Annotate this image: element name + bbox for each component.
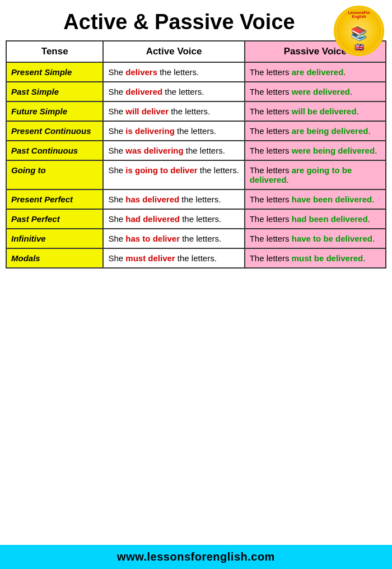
tense-cell: Past Simple	[6, 82, 103, 101]
page-title: Active & Passive Voice	[63, 10, 295, 35]
logo-arc-bottom: .Com	[336, 48, 382, 51]
tense-cell: Present Simple	[6, 62, 103, 82]
header: Active & Passive Voice LessonsForEnglish…	[0, 0, 392, 40]
active-cell: She delivers the letters.	[103, 62, 244, 82]
table-row: Present SimpleShe delivers the letters.T…	[6, 62, 386, 82]
tense-cell: Infinitive	[6, 229, 103, 248]
col-tense: Tense	[6, 41, 103, 62]
active-cell: She delivered the letters.	[103, 82, 244, 101]
passive-cell: The letters had been delivered.	[245, 209, 386, 229]
tense-cell: Past Perfect	[6, 209, 103, 229]
logo-books-icon: 📚	[351, 26, 367, 41]
table-row: Present ContinuousShe is delivering the …	[6, 121, 386, 141]
active-cell: She has delivered the letters.	[103, 189, 244, 209]
passive-cell: The letters are going to be delivered.	[245, 160, 386, 189]
tense-cell: Future Simple	[6, 101, 103, 121]
table-row: Past PerfectShe had delivered the letter…	[6, 209, 386, 229]
footer-url: www.lessonsforenglish.com	[117, 551, 275, 563]
table-row: Present PerfectShe has delivered the let…	[6, 189, 386, 209]
passive-cell: The letters are being delivered.	[245, 121, 386, 141]
tense-cell: Present Continuous	[6, 121, 103, 141]
active-cell: She had delivered the letters.	[103, 209, 244, 229]
passive-cell: The letters have to be delivered.	[245, 229, 386, 248]
tense-cell: Modals	[6, 248, 103, 268]
col-active: Active Voice	[103, 41, 244, 62]
passive-cell: The letters are delivered.	[245, 62, 386, 82]
passive-cell: The letters must be delivered.	[245, 248, 386, 268]
footer: www.lessonsforenglish.com	[0, 545, 392, 569]
logo-arc-top: LessonsForEnglish	[336, 11, 382, 18]
passive-cell: The letters were being delivered.	[245, 141, 386, 160]
table-row: ModalsShe must deliver the letters.The l…	[6, 248, 386, 268]
table-header-row: Tense Active Voice Passive Voice	[6, 41, 386, 62]
passive-cell: The letters were delivered.	[245, 82, 386, 101]
tense-cell: Present Perfect	[6, 189, 103, 209]
table-row: InfinitiveShe has to deliver the letters…	[6, 229, 386, 248]
tense-cell: Past Continuous	[6, 141, 103, 160]
table-row: Past SimpleShe delivered the letters.The…	[6, 82, 386, 101]
table-row: Past ContinuousShe was delivering the le…	[6, 141, 386, 160]
passive-cell: The letters have been delivered.	[245, 189, 386, 209]
voice-table: Tense Active Voice Passive Voice Present…	[6, 40, 386, 269]
active-cell: She has to deliver the letters.	[103, 229, 244, 248]
active-cell: She will deliver the letters.	[103, 101, 244, 121]
logo: LessonsForEnglish 📚 🇬🇧 .Com	[334, 6, 384, 56]
table-row: Future SimpleShe will deliver the letter…	[6, 101, 386, 121]
table-row: Going toShe is going to deliver the lett…	[6, 160, 386, 189]
active-cell: She was delivering the letters.	[103, 141, 244, 160]
table-container: Tense Active Voice Passive Voice Present…	[0, 40, 392, 540]
active-cell: She must deliver the letters.	[103, 248, 244, 268]
active-cell: She is going to deliver the letters.	[103, 160, 244, 189]
tense-cell: Going to	[6, 160, 103, 189]
passive-cell: The letters will be delivered.	[245, 101, 386, 121]
active-cell: She is delivering the letters.	[103, 121, 244, 141]
